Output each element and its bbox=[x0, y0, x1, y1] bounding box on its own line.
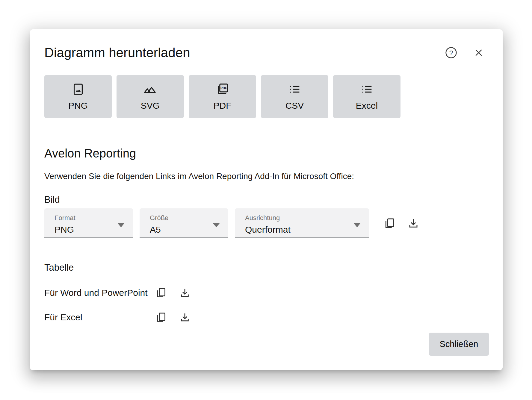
copy-icon bbox=[155, 312, 167, 323]
download-icon bbox=[407, 217, 419, 229]
dropdown-arrow-icon bbox=[354, 223, 360, 227]
table-group-heading: Tabelle bbox=[44, 262, 489, 273]
copy-icon bbox=[383, 217, 395, 229]
dropdown-arrow-icon bbox=[213, 223, 220, 227]
image-options-row: Format PNG Größe A5 Ausrichtung Querform… bbox=[44, 208, 489, 238]
image-group-heading: Bild bbox=[44, 194, 489, 205]
header-actions: ? bbox=[443, 45, 489, 60]
size-select[interactable]: Größe A5 bbox=[140, 208, 228, 238]
download-icon bbox=[179, 287, 191, 299]
format-button-label: PDF bbox=[214, 101, 232, 111]
table-row-word-powerpoint: Für Word und PowerPoint bbox=[44, 286, 489, 300]
table-row-actions bbox=[154, 310, 192, 324]
copy-icon bbox=[155, 287, 167, 299]
help-icon: ? bbox=[445, 46, 458, 59]
dialog-title: Diagramm herunterladen bbox=[44, 46, 190, 60]
download-icon bbox=[179, 312, 191, 323]
format-button-excel[interactable]: Excel bbox=[333, 75, 400, 118]
image-icon bbox=[71, 82, 85, 96]
landscape-icon bbox=[143, 82, 158, 96]
dropdown-arrow-icon bbox=[118, 223, 124, 227]
format-select-label: Format bbox=[55, 215, 133, 221]
download-chart-dialog: Diagramm herunterladen ? PNG bbox=[30, 29, 503, 370]
copy-image-link-button[interactable] bbox=[382, 216, 397, 231]
download-excel-table-button[interactable] bbox=[178, 310, 192, 324]
reporting-section-heading: Avelon Reporting bbox=[44, 147, 489, 160]
list-icon bbox=[360, 82, 374, 96]
table-row-label: Für Excel bbox=[44, 312, 154, 322]
download-image-button[interactable] bbox=[406, 216, 421, 231]
format-button-svg[interactable]: SVG bbox=[117, 75, 184, 118]
copy-word-link-button[interactable] bbox=[154, 286, 168, 300]
format-button-label: Excel bbox=[356, 101, 378, 111]
size-select-label: Größe bbox=[150, 215, 228, 221]
format-button-label: SVG bbox=[141, 101, 160, 111]
download-word-table-button[interactable] bbox=[178, 286, 192, 300]
copy-excel-link-button[interactable] bbox=[154, 310, 168, 324]
svg-text:?: ? bbox=[449, 49, 453, 57]
format-select[interactable]: Format PNG bbox=[44, 208, 133, 238]
close-dialog-button[interactable]: Schließen bbox=[429, 333, 489, 356]
orientation-select[interactable]: Ausrichtung Querformat bbox=[235, 208, 369, 238]
dialog-header: Diagramm herunterladen ? bbox=[44, 45, 489, 60]
format-button-csv[interactable]: CSV bbox=[261, 75, 328, 118]
format-button-png[interactable]: PNG bbox=[44, 75, 112, 118]
orientation-select-label: Ausrichtung bbox=[245, 215, 369, 221]
pdf-icon: PDF bbox=[216, 82, 229, 96]
format-button-label: CSV bbox=[285, 101, 304, 111]
reporting-description: Verwenden Sie die folgenden Links im Ave… bbox=[44, 172, 489, 181]
format-button-row: PNG SVG PDF PDF CSV bbox=[44, 75, 489, 118]
orientation-select-value: Querformat bbox=[245, 225, 369, 234]
close-icon bbox=[473, 47, 484, 58]
table-row-excel: Für Excel bbox=[44, 310, 489, 325]
format-button-label: PNG bbox=[68, 101, 88, 111]
table-row-label: Für Word und PowerPoint bbox=[44, 288, 154, 298]
help-button[interactable]: ? bbox=[443, 45, 459, 60]
table-row-actions bbox=[154, 286, 192, 300]
image-link-actions bbox=[382, 216, 421, 231]
close-button[interactable] bbox=[472, 46, 485, 59]
list-icon bbox=[288, 82, 302, 96]
format-button-pdf[interactable]: PDF PDF bbox=[189, 75, 256, 118]
svg-text:PDF: PDF bbox=[220, 86, 227, 90]
